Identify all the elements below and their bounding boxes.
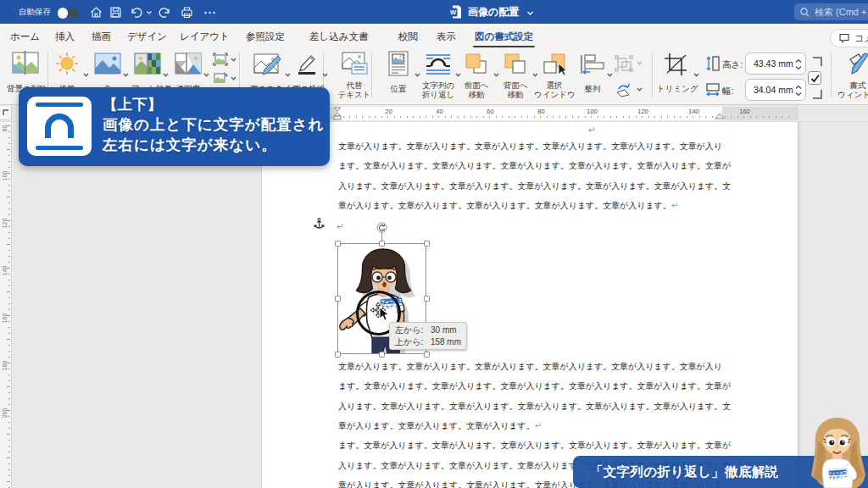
ruler-tick bbox=[451, 116, 452, 118]
ruler-tick bbox=[8, 179, 10, 180]
selection-handle-ne[interactable] bbox=[424, 241, 430, 247]
ruler-tick bbox=[8, 428, 10, 429]
ruler-tick bbox=[8, 351, 10, 352]
document-canvas: 80100120140160180200 ↵ 文章が入ります。文章が入ります。文… bbox=[0, 122, 868, 488]
autosave-label: 自動保存 bbox=[19, 0, 51, 24]
tab-5[interactable]: 参照設定 bbox=[246, 24, 285, 48]
selection-handle-se[interactable] bbox=[424, 352, 430, 358]
ruler-tick bbox=[394, 116, 395, 118]
send-backward-button[interactable]: 背面へ 移動 bbox=[497, 51, 534, 102]
ruler-tick bbox=[8, 422, 10, 423]
ruler-tick bbox=[8, 280, 10, 280]
bring-forward-button[interactable]: 前面へ 移動 bbox=[458, 51, 495, 102]
redo-icon[interactable] bbox=[158, 5, 172, 19]
search-input[interactable]: 検索 (Cmd + bbox=[794, 3, 868, 20]
width-stepper[interactable] bbox=[793, 83, 804, 98]
tab-selector[interactable] bbox=[0, 106, 12, 120]
document-title[interactable]: 画像の配置 bbox=[468, 0, 519, 24]
undo-icon[interactable] bbox=[129, 5, 143, 19]
crop-button[interactable]: トリミング bbox=[657, 51, 696, 102]
indent-markers-left[interactable] bbox=[331, 107, 343, 120]
selection-handle-nw[interactable] bbox=[335, 241, 341, 247]
change-picture-chevron-icon[interactable] bbox=[230, 75, 237, 82]
rotate-icon[interactable] bbox=[615, 82, 633, 97]
autosave-toggle[interactable] bbox=[57, 8, 80, 19]
ruler-tick bbox=[527, 116, 528, 118]
vertical-ruler[interactable]: 80100120140160180200 bbox=[0, 122, 12, 488]
ruler-tick bbox=[362, 116, 363, 118]
tab-9[interactable]: 図の書式設定 bbox=[475, 24, 533, 48]
align-button[interactable]: 整列 bbox=[576, 51, 609, 102]
selection-handle-w[interactable] bbox=[335, 296, 341, 302]
ruler-number: 20 bbox=[385, 108, 392, 115]
tab-6[interactable]: 差し込み文書 bbox=[309, 24, 369, 48]
tab-2[interactable]: 描画 bbox=[92, 24, 111, 48]
transparency-chevron-icon[interactable] bbox=[203, 71, 210, 79]
ruler-tick bbox=[7, 363, 10, 363]
picture-border-chevron-icon[interactable] bbox=[321, 71, 329, 79]
crop-chevron-icon[interactable] bbox=[693, 71, 700, 79]
ruler-tick bbox=[8, 303, 10, 304]
height-field[interactable]: 43.43 mm bbox=[745, 53, 806, 75]
text-line: ます。文章が入ります。文章が入ります。文章が入ります。文章が入ります。文章が入り… bbox=[338, 435, 731, 456]
ruler-tick bbox=[8, 321, 10, 322]
tab-3[interactable]: デザイン bbox=[127, 24, 167, 48]
paragraph[interactable]: 文章が入ります。文章が入ります。文章が入ります。文章が入ります。文章が入ります。… bbox=[338, 357, 731, 436]
group-chevron-icon[interactable] bbox=[636, 59, 643, 67]
format-pane-button[interactable]: 書式 ウィンドウ bbox=[837, 51, 868, 102]
tab-8[interactable]: 表示 bbox=[437, 24, 456, 48]
undo-chevron-icon[interactable] bbox=[146, 9, 153, 16]
ruler-tick bbox=[7, 220, 10, 221]
ruler-tick bbox=[7, 410, 10, 411]
height-stepper[interactable] bbox=[793, 57, 804, 72]
crop-icon bbox=[664, 53, 689, 76]
autosave-toggle-knob bbox=[58, 8, 69, 19]
tab-4[interactable]: レイアウト bbox=[180, 24, 230, 48]
print-icon[interactable] bbox=[180, 5, 194, 19]
wrap-text-button[interactable]: 文字列の 折り返し bbox=[420, 51, 457, 102]
compress-picture-button[interactable] bbox=[213, 53, 228, 66]
artistic-chevron-icon[interactable] bbox=[162, 71, 170, 79]
compress-chevron-icon[interactable] bbox=[230, 56, 237, 64]
position-button[interactable]: 位置 bbox=[381, 51, 415, 102]
ruler-tick bbox=[8, 446, 10, 446]
rotate-handle[interactable] bbox=[376, 222, 387, 233]
alt-text-button[interactable]: 代替 テキスト bbox=[332, 51, 376, 102]
group-icon[interactable] bbox=[615, 55, 633, 72]
tab-1[interactable]: 挿入 bbox=[55, 24, 75, 48]
width-field[interactable]: 34.04 mm bbox=[745, 79, 806, 101]
ruler-tick bbox=[616, 116, 617, 118]
selection-handle-n[interactable] bbox=[379, 241, 385, 247]
tab-0[interactable]: ホーム bbox=[10, 24, 40, 48]
home-icon[interactable] bbox=[89, 5, 103, 19]
picture-styles-chevron-icon[interactable] bbox=[284, 71, 292, 79]
title-chevron-icon[interactable] bbox=[526, 9, 534, 17]
tab-7[interactable]: 校閲 bbox=[398, 24, 418, 48]
ruler-number: 40 bbox=[436, 108, 442, 115]
ruler-tick bbox=[8, 416, 10, 417]
ruler-tick bbox=[7, 244, 10, 245]
color-chevron-icon[interactable] bbox=[122, 71, 130, 79]
comments-button[interactable]: コメント bbox=[830, 29, 868, 47]
format-pane-icon bbox=[845, 51, 868, 76]
ruler-tick bbox=[470, 116, 471, 118]
ruler-tick bbox=[8, 469, 10, 470]
align-chevron-icon[interactable] bbox=[606, 71, 614, 79]
ruler-tick bbox=[693, 116, 693, 118]
change-picture-button[interactable] bbox=[213, 71, 228, 85]
comment-icon bbox=[838, 32, 850, 44]
lock-aspect-checkbox[interactable] bbox=[808, 71, 821, 85]
selection-handle-e[interactable] bbox=[424, 296, 430, 302]
rotate-chevron-icon[interactable] bbox=[636, 86, 643, 93]
ruler-tick bbox=[8, 404, 10, 405]
selection-pane-button[interactable]: 選択 ウインドウ bbox=[534, 51, 575, 102]
save-icon[interactable] bbox=[108, 5, 123, 19]
selection-handle-s[interactable] bbox=[379, 352, 385, 358]
indent-marker-right[interactable] bbox=[714, 111, 726, 120]
paragraph[interactable]: 文章が入ります。文章が入ります。文章が入ります。文章が入ります。文章が入ります。… bbox=[338, 136, 731, 216]
ruler-tick bbox=[521, 116, 522, 118]
align-icon bbox=[580, 53, 605, 75]
selection-handle-sw[interactable] bbox=[335, 352, 341, 358]
corrections-chevron-icon[interactable] bbox=[82, 71, 90, 79]
more-icon[interactable] bbox=[203, 5, 217, 19]
